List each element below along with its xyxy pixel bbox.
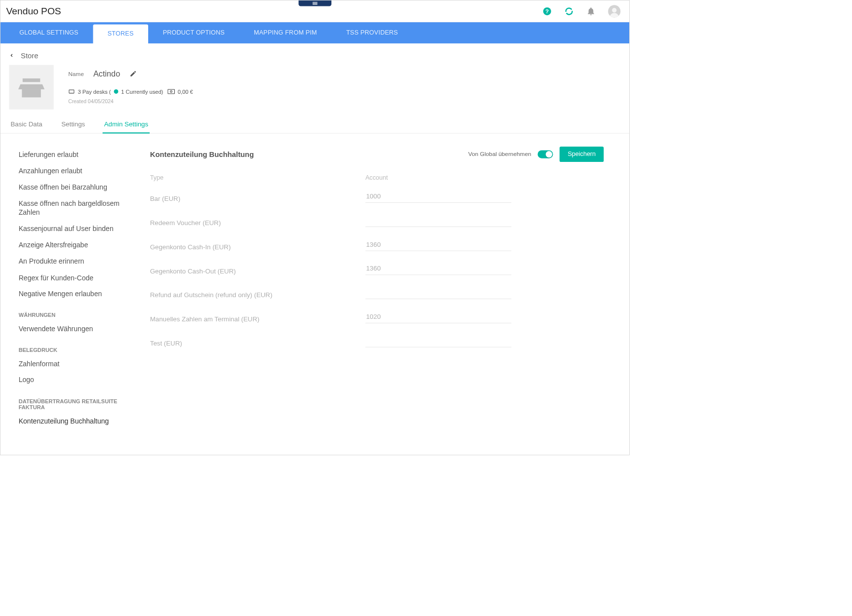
svg-rect-4 — [22, 89, 41, 97]
type-label: Redeem Voucher (EUR) — [150, 219, 365, 227]
type-label: Gegenkonto Cash-Out (EUR) — [150, 268, 365, 275]
breadcrumb-label: Store — [21, 51, 38, 60]
subtab-admin-settings[interactable]: Admin Settings — [103, 116, 150, 133]
paydesks-info: 3 Pay desks ( 1 Currently used) 0,00 € — [68, 88, 193, 95]
sidebar-item[interactable]: Kasse öffnen bei Barzahlung — [19, 179, 135, 195]
settings-sidebar: Lieferungen erlaubtAnzahlungen erlaubtKa… — [19, 147, 135, 429]
type-label: Bar (EUR) — [150, 195, 365, 203]
window-handle[interactable] — [298, 0, 331, 6]
sidebar-item[interactable]: Anzahlungen erlaubt — [19, 163, 135, 179]
nav-tab-stores[interactable]: STORES — [93, 25, 148, 43]
sidebar-item[interactable]: Regex für Kunden-Code — [19, 270, 135, 286]
sync-icon[interactable] — [564, 6, 573, 16]
column-header-account: Account — [365, 174, 604, 182]
edit-icon[interactable] — [129, 70, 137, 78]
type-label: Manuelles Zahlen am Terminal (EUR) — [150, 315, 365, 323]
type-label: Gegenkonto Cash-In (EUR) — [150, 243, 365, 251]
subtab-settings[interactable]: Settings — [60, 116, 86, 133]
help-icon[interactable]: ? — [542, 6, 552, 16]
sidebar-heading: DATENÜBERTRAGUNG RETAILSUITE FAKTURA — [19, 388, 135, 413]
svg-rect-3 — [23, 78, 40, 82]
sidebar-item[interactable]: Kontenzuteilung Buchhaltung — [19, 413, 135, 429]
sidebar-heading: BELEGDRUCK — [19, 337, 135, 356]
created-date: Created 04/05/2024 — [68, 99, 193, 105]
app-title: Venduo POS — [6, 5, 61, 17]
account-input[interactable] — [365, 287, 512, 299]
account-input[interactable] — [365, 263, 512, 275]
table-row: Refund auf Gutschein (refund only) (EUR) — [150, 287, 604, 299]
back-icon[interactable] — [9, 51, 14, 60]
sidebar-item[interactable]: Verwendete Währungen — [19, 321, 135, 337]
account-input[interactable] — [365, 191, 512, 203]
table-row: Test (EUR) — [150, 335, 604, 347]
store-name-label: Name — [68, 71, 84, 77]
sidebar-item[interactable]: Kasse öffnen nach bargeldlosem Zahlen — [19, 195, 135, 221]
table-row: Redeem Voucher (EUR) — [150, 215, 604, 227]
store-name-value: Actindo — [93, 69, 120, 78]
store-icon — [9, 65, 53, 110]
nav-tab-global-settings[interactable]: GLOBAL SETTINGS — [5, 22, 93, 43]
nav-tab-tss-providers[interactable]: TSS PROVIDERS — [331, 22, 412, 43]
main-nav: GLOBAL SETTINGS STORES PRODUCT OPTIONS M… — [0, 22, 629, 43]
save-button[interactable]: Speichern — [560, 147, 604, 162]
nav-tab-product-options[interactable]: PRODUCT OPTIONS — [148, 22, 239, 43]
form-title: Kontenzuteilung Buchhaltung — [150, 150, 254, 158]
svg-point-8 — [170, 91, 172, 93]
type-label: Test (EUR) — [150, 340, 365, 347]
svg-rect-7 — [168, 89, 175, 94]
store-subtabs: Basic Data Settings Admin Settings — [0, 116, 629, 133]
account-input[interactable] — [365, 311, 512, 323]
sidebar-item[interactable]: An Produkte erinnern — [19, 253, 135, 270]
user-avatar[interactable] — [608, 5, 620, 17]
account-input[interactable] — [365, 238, 512, 251]
account-input[interactable] — [365, 335, 512, 347]
inherit-from-global-toggle[interactable] — [538, 150, 553, 158]
sidebar-item[interactable]: Logo — [19, 372, 135, 388]
nav-tab-mapping-from-pim[interactable]: MAPPING FROM PIM — [239, 22, 331, 43]
sidebar-item[interactable]: Negative Mengen erlauben — [19, 286, 135, 303]
sidebar-item[interactable]: Kassenjournal auf User binden — [19, 221, 135, 237]
table-row: Bar (EUR) — [150, 191, 604, 203]
type-label: Refund auf Gutschein (refund only) (EUR) — [150, 291, 365, 299]
sidebar-item[interactable]: Zahlenformat — [19, 356, 135, 372]
svg-rect-5 — [69, 90, 74, 93]
inherit-from-global-label: Von Global übernehmen — [468, 151, 531, 157]
sidebar-item[interactable]: Lieferungen erlaubt — [19, 147, 135, 163]
notifications-icon[interactable] — [586, 6, 596, 16]
account-input[interactable] — [365, 215, 512, 227]
sidebar-item[interactable]: Anzeige Altersfreigabe — [19, 237, 135, 253]
sidebar-heading: WÄHRUNGEN — [19, 303, 135, 321]
table-row: Gegenkonto Cash-Out (EUR) — [150, 263, 604, 275]
subtab-basic-data[interactable]: Basic Data — [9, 116, 43, 133]
table-row: Gegenkonto Cash-In (EUR) — [150, 238, 604, 251]
table-row: Manuelles Zahlen am Terminal (EUR) — [150, 311, 604, 323]
svg-text:?: ? — [545, 8, 549, 14]
active-dot-icon — [114, 89, 118, 94]
svg-point-2 — [612, 8, 616, 12]
breadcrumb: Store — [0, 43, 629, 64]
column-header-type: Type — [150, 174, 365, 182]
